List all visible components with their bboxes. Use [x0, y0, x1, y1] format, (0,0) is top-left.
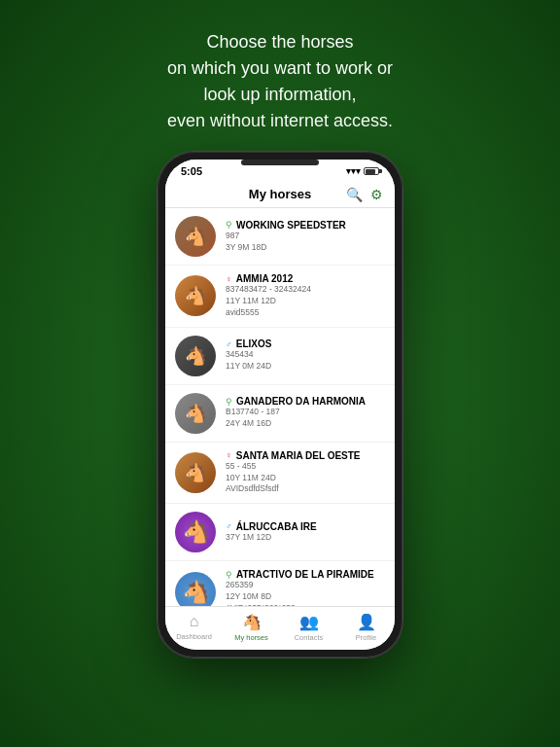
horse-info: ⚲ ATRACTIVO DE LA PIRAMIDE 26535912Y 10M…	[226, 569, 385, 606]
horse-detail: 837483472 - 32432424	[226, 284, 385, 296]
gender-icon: ♀	[226, 274, 232, 284]
horse-avatar: 🐴	[175, 393, 216, 434]
tab-profile[interactable]: 👤 Profile	[337, 613, 395, 642]
horse-info: ♂ ÁLRUCCABA IRE 37Y 1M 12D	[226, 521, 385, 544]
horse-name: ELIXOS	[236, 338, 272, 349]
phone-screen: 5:05 ▾▾▾ My horses 🔍 ⚙ 🐴 ⚲ WOR	[165, 160, 395, 650]
gender-icon: ⚲	[226, 220, 232, 230]
gender-icon: ⚲	[226, 570, 232, 580]
profile-icon: 👤	[357, 613, 376, 631]
tab-dashboard-label: Dashboard	[176, 632, 212, 641]
my-horses-icon: 🐴	[242, 613, 262, 631]
horse-name: ATRACTIVO DE LA PIRAMIDE	[236, 569, 374, 580]
horse-detail: 12Y 10M 8D	[226, 591, 385, 603]
horse-avatar: 🐴	[175, 216, 216, 257]
horse-list-item[interactable]: 🐴 ♀ AMMIA 2012 837483472 - 3243242411Y 1…	[165, 266, 395, 328]
nav-actions: 🔍 ⚙	[346, 187, 383, 202]
header-section: Choose the horseson which you want to wo…	[128, 0, 432, 152]
horse-list-item[interactable]: 🐴 ⚲ ATRACTIVO DE LA PIRAMIDE 26535912Y 1…	[165, 561, 395, 606]
horse-name: WORKING SPEEDSTER	[236, 220, 346, 231]
phone-frame: 5:05 ▾▾▾ My horses 🔍 ⚙ 🐴 ⚲ WOR	[158, 152, 402, 658]
horse-name: GANADERO DA HARMONIA	[236, 396, 366, 407]
horse-avatar: 🐴	[175, 452, 216, 493]
status-icons: ▾▾▾	[346, 166, 379, 176]
horse-info: ⚲ WORKING SPEEDSTER 9873Y 9M 18D	[226, 220, 385, 254]
horse-info: ♀ SANTA MARIA DEL OESTE 55 - 45510Y 11M …	[226, 450, 385, 496]
horse-detail: 265359	[226, 580, 385, 591]
horse-name: AMMIA 2012	[236, 273, 294, 284]
horse-avatar: 🐴	[175, 336, 216, 376]
wifi-icon: ▾▾▾	[346, 166, 361, 176]
horse-info: ♂ ELIXOS 34543411Y 0M 24D	[226, 338, 385, 373]
horse-detail: 37Y 1M 12D	[226, 532, 385, 544]
horse-detail: 55 - 455	[226, 461, 385, 473]
horse-detail: AVIDsdfdSfsdf	[226, 483, 385, 495]
dashboard-icon: ⌂	[190, 613, 199, 630]
horse-list-item[interactable]: 🐴 ♀ SANTA MARIA DEL OESTE 55 - 45510Y 11…	[165, 443, 395, 505]
gender-icon: ♂	[226, 521, 232, 531]
horse-list-item[interactable]: 🐴 ⚲ WORKING SPEEDSTER 9873Y 9M 18D	[165, 208, 395, 266]
gender-icon: ⚲	[226, 397, 232, 407]
tab-bar: ⌂ Dashboard 🐴 My horses 👥 Contacts 👤 Pro…	[165, 606, 395, 650]
search-icon[interactable]: 🔍	[346, 187, 363, 202]
battery-icon	[364, 167, 379, 175]
horse-info: ⚲ GANADERO DA HARMONIA B137740 - 18724Y …	[226, 396, 385, 430]
horse-name: ÁLRUCCABA IRE	[236, 521, 317, 532]
nav-bar: My horses 🔍 ⚙	[165, 181, 395, 208]
tab-contacts-label: Contacts	[295, 633, 324, 642]
horse-detail: 11Y 11M 12D	[226, 296, 385, 307]
tab-dashboard[interactable]: ⌂ Dashboard	[165, 613, 223, 642]
horse-list-item[interactable]: 🐴 ♂ ÁLRUCCABA IRE 37Y 1M 12D	[165, 504, 395, 561]
horse-detail: 987	[226, 231, 385, 242]
nav-title: My horses	[249, 187, 311, 201]
filter-icon[interactable]: ⚙	[370, 187, 383, 202]
horse-list: 🐴 ⚲ WORKING SPEEDSTER 9873Y 9M 18D 🐴 ♀ A…	[165, 208, 395, 606]
horse-detail: 3Y 9M 18D	[226, 242, 385, 254]
horse-detail: avid5555	[226, 307, 385, 319]
tab-profile-label: Profile	[356, 633, 376, 642]
horse-detail: B137740 - 187	[226, 407, 385, 418]
tab-my-horses[interactable]: 🐴 My horses	[223, 613, 280, 642]
horse-avatar: 🐴	[175, 275, 216, 316]
status-bar: 5:05 ▾▾▾	[165, 160, 395, 181]
gender-icon: ♂	[226, 339, 232, 349]
horse-detail: 10Y 11M 24D	[226, 473, 385, 484]
tab-contacts[interactable]: 👥 Contacts	[280, 613, 337, 642]
contacts-icon: 👥	[299, 613, 319, 631]
horse-name: SANTA MARIA DEL OESTE	[236, 450, 361, 461]
horse-info: ♀ AMMIA 2012 837483472 - 3243242411Y 11M…	[226, 273, 385, 319]
horse-detail: 24Y 4M 16D	[226, 418, 385, 430]
horse-avatar: 🐴	[175, 512, 216, 552]
horse-list-item[interactable]: 🐴 ♂ ELIXOS 34543411Y 0M 24D	[165, 328, 395, 385]
header-text: Choose the horseson which you want to wo…	[128, 29, 432, 134]
status-time: 5:05	[181, 165, 202, 177]
horse-detail: 345434	[226, 349, 385, 361]
gender-icon: ♀	[226, 450, 232, 460]
battery-fill	[366, 169, 375, 174]
horse-avatar: 🐴	[175, 572, 216, 606]
horse-detail: 11Y 0M 24D	[226, 361, 385, 373]
tab-my-horses-label: My horses	[234, 633, 268, 642]
horse-list-item[interactable]: 🐴 ⚲ GANADERO DA HARMONIA B137740 - 18724…	[165, 385, 395, 443]
